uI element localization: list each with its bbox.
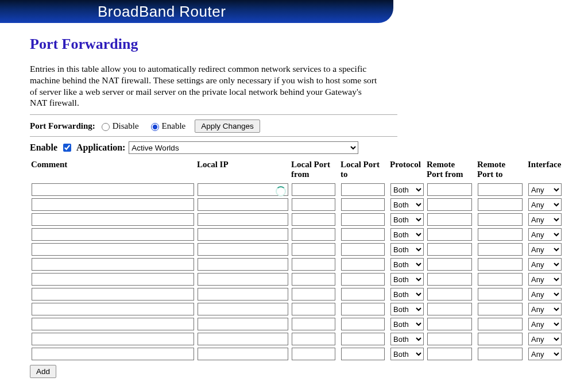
comment-input[interactable]	[32, 348, 194, 360]
interface-select[interactable]: Any	[528, 288, 562, 301]
interface-select[interactable]: Any	[528, 228, 562, 241]
remote-port-to-input[interactable]	[478, 348, 523, 360]
local-port-to-input[interactable]	[341, 288, 385, 301]
remote-port-from-input[interactable]	[427, 348, 472, 360]
local-port-from-input[interactable]	[292, 258, 335, 271]
protocol-select[interactable]: Both	[390, 288, 424, 301]
remote-port-from-input[interactable]	[427, 198, 472, 211]
remote-port-to-input[interactable]	[478, 333, 523, 345]
enable-checkbox[interactable]	[63, 144, 71, 152]
apply-changes-button[interactable]: Apply Changes	[195, 120, 260, 133]
local-port-to-input[interactable]	[341, 318, 385, 330]
remote-port-to-input[interactable]	[478, 213, 523, 226]
local-ip-input[interactable]	[198, 183, 288, 196]
comment-input[interactable]	[32, 258, 194, 271]
local-ip-input[interactable]	[198, 303, 288, 315]
local-ip-input[interactable]	[198, 318, 288, 330]
application-select[interactable]: Active Worlds	[129, 141, 358, 154]
remote-port-from-input[interactable]	[427, 318, 472, 330]
interface-select[interactable]: Any	[528, 213, 562, 226]
interface-select[interactable]: Any	[528, 348, 562, 360]
remote-port-to-input[interactable]	[478, 273, 523, 286]
protocol-select[interactable]: Both	[390, 318, 424, 330]
remote-port-from-input[interactable]	[427, 243, 472, 256]
local-port-to-input[interactable]	[341, 198, 385, 211]
remote-port-to-input[interactable]	[478, 258, 523, 271]
enable-radio[interactable]	[151, 123, 159, 131]
local-port-from-input[interactable]	[292, 198, 335, 211]
remote-port-from-input[interactable]	[427, 273, 472, 286]
interface-select[interactable]: Any	[528, 303, 562, 315]
disable-radio-label[interactable]: Disable	[99, 121, 139, 131]
remote-port-from-input[interactable]	[427, 183, 472, 196]
remote-port-to-input[interactable]	[478, 243, 523, 256]
local-port-to-input[interactable]	[341, 258, 385, 271]
protocol-select[interactable]: Both	[390, 198, 424, 211]
local-ip-input[interactable]	[198, 213, 288, 226]
protocol-select[interactable]: Both	[390, 333, 424, 345]
interface-select[interactable]: Any	[528, 243, 562, 256]
local-port-from-input[interactable]	[292, 333, 335, 345]
protocol-select[interactable]: Both	[390, 258, 424, 271]
protocol-select[interactable]: Both	[390, 348, 424, 360]
interface-select[interactable]: Any	[528, 333, 562, 345]
local-port-from-input[interactable]	[292, 243, 335, 256]
local-ip-input[interactable]	[198, 198, 288, 211]
local-port-to-input[interactable]	[341, 273, 385, 286]
protocol-select[interactable]: Both	[390, 273, 424, 286]
comment-input[interactable]	[32, 273, 194, 286]
protocol-select[interactable]: Both	[390, 213, 424, 226]
local-ip-input[interactable]	[198, 258, 288, 271]
remote-port-from-input[interactable]	[427, 303, 472, 315]
remote-port-to-input[interactable]	[478, 228, 523, 241]
local-port-from-input[interactable]	[292, 303, 335, 315]
comment-input[interactable]	[32, 228, 194, 241]
local-ip-input[interactable]	[198, 243, 288, 256]
remote-port-from-input[interactable]	[427, 258, 472, 271]
local-ip-input[interactable]	[198, 228, 288, 241]
local-port-to-input[interactable]	[341, 243, 385, 256]
remote-port-to-input[interactable]	[478, 183, 523, 196]
comment-input[interactable]	[32, 213, 194, 226]
local-port-from-input[interactable]	[292, 288, 335, 301]
comment-input[interactable]	[32, 198, 194, 211]
comment-input[interactable]	[32, 303, 194, 315]
local-port-to-input[interactable]	[341, 333, 385, 345]
local-port-from-input[interactable]	[292, 318, 335, 330]
remote-port-from-input[interactable]	[427, 333, 472, 345]
protocol-select[interactable]: Both	[390, 243, 424, 256]
comment-input[interactable]	[32, 243, 194, 256]
local-ip-input[interactable]	[198, 333, 288, 345]
local-port-from-input[interactable]	[292, 348, 335, 360]
local-ip-input[interactable]	[198, 288, 288, 301]
interface-select[interactable]: Any	[528, 258, 562, 271]
interface-select[interactable]: Any	[528, 198, 562, 211]
comment-input[interactable]	[32, 288, 194, 301]
remote-port-to-input[interactable]	[478, 303, 523, 315]
local-ip-input[interactable]	[198, 273, 288, 286]
local-port-to-input[interactable]	[341, 303, 385, 315]
local-port-to-input[interactable]	[341, 228, 385, 241]
local-ip-input[interactable]	[198, 348, 288, 360]
remote-port-from-input[interactable]	[427, 288, 472, 301]
comment-input[interactable]	[32, 183, 194, 196]
interface-select[interactable]: Any	[528, 318, 562, 330]
local-port-from-input[interactable]	[292, 273, 335, 286]
protocol-select[interactable]: Both	[390, 303, 424, 315]
remote-port-to-input[interactable]	[478, 318, 523, 330]
interface-select[interactable]: Any	[528, 273, 562, 286]
interface-select[interactable]: Any	[528, 183, 562, 196]
remote-port-to-input[interactable]	[478, 288, 523, 301]
add-button[interactable]: Add	[30, 365, 56, 378]
local-port-to-input[interactable]	[341, 183, 385, 196]
local-port-from-input[interactable]	[292, 228, 335, 241]
enable-radio-label[interactable]: Enable	[148, 121, 186, 131]
remote-port-from-input[interactable]	[427, 213, 472, 226]
local-port-from-input[interactable]	[292, 183, 335, 196]
disable-radio[interactable]	[102, 123, 110, 131]
local-port-to-input[interactable]	[341, 213, 385, 226]
remote-port-from-input[interactable]	[427, 228, 472, 241]
local-port-to-input[interactable]	[341, 348, 385, 360]
remote-port-to-input[interactable]	[478, 198, 523, 211]
protocol-select[interactable]: Both	[390, 228, 424, 241]
